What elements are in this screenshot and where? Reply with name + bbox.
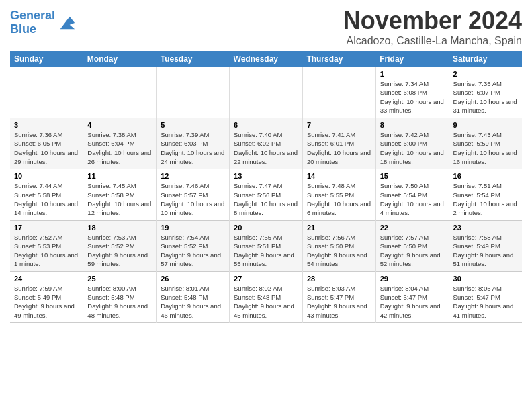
day-number: 9 bbox=[453, 121, 518, 129]
calendar-cell: 25Sunrise: 8:00 AM Sunset: 5:48 PM Dayli… bbox=[83, 271, 157, 322]
calendar-cell: 22Sunrise: 7:57 AM Sunset: 5:50 PM Dayli… bbox=[375, 220, 449, 271]
day-number: 12 bbox=[161, 172, 225, 180]
svg-marker-0 bbox=[60, 16, 75, 29]
day-number: 10 bbox=[14, 172, 79, 180]
page-header: GeneralBlue November 2024 Alcadozo, Cast… bbox=[10, 7, 522, 47]
calendar-cell: 23Sunrise: 7:58 AM Sunset: 5:49 PM Dayli… bbox=[449, 220, 522, 271]
calendar-week-row: 24Sunrise: 7:59 AM Sunset: 5:49 PM Dayli… bbox=[10, 271, 522, 322]
day-info: Sunrise: 8:05 AM Sunset: 5:47 PM Dayligh… bbox=[453, 284, 518, 320]
calendar-week-row: 1Sunrise: 7:34 AM Sunset: 6:08 PM Daylig… bbox=[10, 67, 522, 118]
day-number: 27 bbox=[234, 275, 298, 283]
day-info: Sunrise: 7:39 AM Sunset: 6:03 PM Dayligh… bbox=[161, 130, 225, 166]
day-number: 29 bbox=[380, 275, 445, 283]
calendar-cell: 29Sunrise: 8:04 AM Sunset: 5:47 PM Dayli… bbox=[375, 271, 449, 322]
calendar-cell: 7Sunrise: 7:41 AM Sunset: 6:01 PM Daylig… bbox=[302, 118, 375, 169]
day-number: 16 bbox=[453, 172, 518, 180]
day-info: Sunrise: 7:44 AM Sunset: 5:58 PM Dayligh… bbox=[14, 181, 79, 217]
calendar-cell bbox=[10, 67, 83, 118]
day-info: Sunrise: 8:02 AM Sunset: 5:48 PM Dayligh… bbox=[234, 284, 298, 320]
day-info: Sunrise: 7:52 AM Sunset: 5:53 PM Dayligh… bbox=[14, 233, 79, 269]
calendar-cell: 1Sunrise: 7:34 AM Sunset: 6:08 PM Daylig… bbox=[375, 67, 449, 118]
day-info: Sunrise: 7:50 AM Sunset: 5:54 PM Dayligh… bbox=[380, 181, 445, 217]
day-number: 1 bbox=[380, 70, 445, 78]
calendar-cell: 12Sunrise: 7:46 AM Sunset: 5:57 PM Dayli… bbox=[157, 169, 230, 220]
day-info: Sunrise: 7:58 AM Sunset: 5:49 PM Dayligh… bbox=[453, 233, 518, 269]
day-number: 4 bbox=[87, 121, 152, 129]
day-info: Sunrise: 7:45 AM Sunset: 5:58 PM Dayligh… bbox=[87, 181, 152, 217]
weekday-header-saturday: Saturday bbox=[449, 51, 522, 67]
calendar-cell: 8Sunrise: 7:42 AM Sunset: 6:00 PM Daylig… bbox=[375, 118, 449, 169]
day-number: 7 bbox=[307, 121, 371, 129]
calendar-cell bbox=[230, 67, 303, 118]
day-info: Sunrise: 7:48 AM Sunset: 5:55 PM Dayligh… bbox=[307, 181, 371, 217]
calendar-cell: 20Sunrise: 7:55 AM Sunset: 5:51 PM Dayli… bbox=[230, 220, 303, 271]
weekday-header-thursday: Thursday bbox=[302, 51, 375, 67]
calendar-cell: 24Sunrise: 7:59 AM Sunset: 5:49 PM Dayli… bbox=[10, 271, 83, 322]
day-info: Sunrise: 7:42 AM Sunset: 6:00 PM Dayligh… bbox=[380, 130, 445, 166]
day-info: Sunrise: 7:57 AM Sunset: 5:50 PM Dayligh… bbox=[380, 233, 445, 269]
logo: GeneralBlue bbox=[10, 9, 76, 36]
month-year-title: November 2024 bbox=[343, 7, 522, 35]
logo-text: GeneralBlue bbox=[10, 9, 55, 36]
day-number: 28 bbox=[307, 275, 371, 283]
calendar-cell: 15Sunrise: 7:50 AM Sunset: 5:54 PM Dayli… bbox=[375, 169, 449, 220]
day-info: Sunrise: 8:03 AM Sunset: 5:47 PM Dayligh… bbox=[307, 284, 371, 320]
calendar-cell: 6Sunrise: 7:40 AM Sunset: 6:02 PM Daylig… bbox=[230, 118, 303, 169]
day-number: 2 bbox=[453, 70, 518, 78]
title-block: November 2024 Alcadozo, Castille-La Manc… bbox=[343, 7, 522, 47]
calendar-cell: 30Sunrise: 8:05 AM Sunset: 5:47 PM Dayli… bbox=[449, 271, 522, 322]
calendar-table: SundayMondayTuesdayWednesdayThursdayFrid… bbox=[10, 51, 522, 323]
day-number: 15 bbox=[380, 172, 445, 180]
calendar-cell: 3Sunrise: 7:36 AM Sunset: 6:05 PM Daylig… bbox=[10, 118, 83, 169]
calendar-cell: 18Sunrise: 7:53 AM Sunset: 5:52 PM Dayli… bbox=[83, 220, 157, 271]
day-info: Sunrise: 7:43 AM Sunset: 5:59 PM Dayligh… bbox=[453, 130, 518, 166]
calendar-cell: 13Sunrise: 7:47 AM Sunset: 5:56 PM Dayli… bbox=[230, 169, 303, 220]
calendar-cell bbox=[302, 67, 375, 118]
calendar-cell: 28Sunrise: 8:03 AM Sunset: 5:47 PM Dayli… bbox=[302, 271, 375, 322]
day-number: 6 bbox=[234, 121, 298, 129]
day-info: Sunrise: 7:36 AM Sunset: 6:05 PM Dayligh… bbox=[14, 130, 79, 166]
day-number: 25 bbox=[87, 275, 152, 283]
calendar-week-row: 10Sunrise: 7:44 AM Sunset: 5:58 PM Dayli… bbox=[10, 169, 522, 220]
day-number: 11 bbox=[87, 172, 152, 180]
calendar-cell bbox=[157, 67, 230, 118]
weekday-header-wednesday: Wednesday bbox=[230, 51, 303, 67]
calendar-cell: 21Sunrise: 7:56 AM Sunset: 5:50 PM Dayli… bbox=[302, 220, 375, 271]
day-number: 23 bbox=[453, 224, 518, 232]
day-info: Sunrise: 7:59 AM Sunset: 5:49 PM Dayligh… bbox=[14, 284, 79, 320]
weekday-header-tuesday: Tuesday bbox=[157, 51, 230, 67]
calendar-cell: 9Sunrise: 7:43 AM Sunset: 5:59 PM Daylig… bbox=[449, 118, 522, 169]
day-number: 17 bbox=[14, 224, 79, 232]
day-info: Sunrise: 7:54 AM Sunset: 5:52 PM Dayligh… bbox=[161, 233, 225, 269]
day-number: 5 bbox=[161, 121, 225, 129]
day-info: Sunrise: 8:01 AM Sunset: 5:48 PM Dayligh… bbox=[161, 284, 225, 320]
calendar-cell: 17Sunrise: 7:52 AM Sunset: 5:53 PM Dayli… bbox=[10, 220, 83, 271]
day-number: 19 bbox=[161, 224, 225, 232]
day-info: Sunrise: 7:51 AM Sunset: 5:54 PM Dayligh… bbox=[453, 181, 518, 217]
day-info: Sunrise: 8:04 AM Sunset: 5:47 PM Dayligh… bbox=[380, 284, 445, 320]
calendar-cell: 2Sunrise: 7:35 AM Sunset: 6:07 PM Daylig… bbox=[449, 67, 522, 118]
day-number: 30 bbox=[453, 275, 518, 283]
calendar-cell: 4Sunrise: 7:38 AM Sunset: 6:04 PM Daylig… bbox=[83, 118, 157, 169]
day-number: 20 bbox=[234, 224, 298, 232]
day-info: Sunrise: 7:47 AM Sunset: 5:56 PM Dayligh… bbox=[234, 181, 298, 217]
calendar-cell: 26Sunrise: 8:01 AM Sunset: 5:48 PM Dayli… bbox=[157, 271, 230, 322]
day-info: Sunrise: 7:53 AM Sunset: 5:52 PM Dayligh… bbox=[87, 233, 152, 269]
day-number: 21 bbox=[307, 224, 371, 232]
day-info: Sunrise: 8:00 AM Sunset: 5:48 PM Dayligh… bbox=[87, 284, 152, 320]
day-number: 26 bbox=[161, 275, 225, 283]
day-info: Sunrise: 7:56 AM Sunset: 5:50 PM Dayligh… bbox=[307, 233, 371, 269]
calendar-cell: 27Sunrise: 8:02 AM Sunset: 5:48 PM Dayli… bbox=[230, 271, 303, 322]
day-number: 14 bbox=[307, 172, 371, 180]
weekday-header-row: SundayMondayTuesdayWednesdayThursdayFrid… bbox=[10, 51, 522, 67]
weekday-header-monday: Monday bbox=[83, 51, 157, 67]
day-number: 8 bbox=[380, 121, 445, 129]
day-info: Sunrise: 7:46 AM Sunset: 5:57 PM Dayligh… bbox=[161, 181, 225, 217]
day-number: 24 bbox=[14, 275, 79, 283]
calendar-cell: 14Sunrise: 7:48 AM Sunset: 5:55 PM Dayli… bbox=[302, 169, 375, 220]
day-number: 3 bbox=[14, 121, 79, 129]
day-info: Sunrise: 7:40 AM Sunset: 6:02 PM Dayligh… bbox=[234, 130, 298, 166]
weekday-header-sunday: Sunday bbox=[10, 51, 83, 67]
day-number: 18 bbox=[87, 224, 152, 232]
day-info: Sunrise: 7:35 AM Sunset: 6:07 PM Dayligh… bbox=[453, 79, 518, 115]
